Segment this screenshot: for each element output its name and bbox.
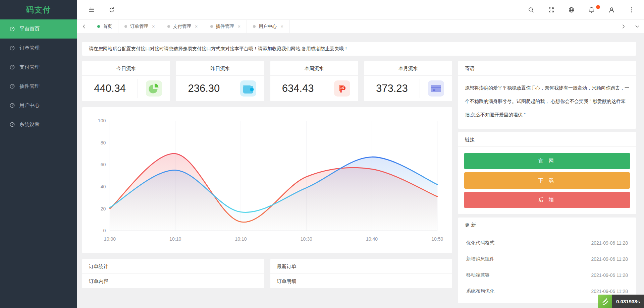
- official-site-button[interactable]: 官 网: [464, 153, 630, 169]
- sidebar-item-plugins[interactable]: 插件管理: [0, 77, 77, 96]
- tab-close-icon[interactable]: ×: [152, 24, 155, 29]
- gauge-icon: [9, 83, 15, 89]
- svg-text:10:50: 10:50: [431, 236, 443, 242]
- sidebar-item-label: 插件管理: [19, 83, 40, 89]
- card-body-label: 订单内容: [82, 274, 264, 289]
- update-item: 新增消息组件 2021-09-06 11:28: [458, 251, 636, 267]
- sidebar-menu: 平台首页 订单管理 支付管理 插件管理 用户中心 系统设置: [0, 19, 77, 134]
- update-label: 优化代码格式: [466, 240, 494, 246]
- svg-text:10:30: 10:30: [301, 236, 312, 242]
- svg-text:20: 20: [101, 206, 106, 211]
- left-column: 今日流水 440.34: [82, 61, 452, 289]
- svg-text:P: P: [338, 83, 344, 93]
- paypal-icon: PP: [334, 80, 350, 97]
- tab-close-icon[interactable]: ×: [238, 24, 241, 29]
- download-button[interactable]: 下 载: [464, 172, 630, 189]
- tab-orders[interactable]: 订单管理 ×: [118, 20, 161, 33]
- stat-cards: 今日流水 440.34: [82, 61, 452, 101]
- wallet-icon: [240, 80, 256, 97]
- collapse-sidebar-icon[interactable]: [87, 5, 96, 14]
- card-title: 链接: [458, 132, 636, 147]
- tab-payments[interactable]: 支付管理 ×: [161, 20, 204, 33]
- svg-text:10:10: 10:10: [235, 236, 247, 242]
- card-title: 最新订单: [270, 259, 452, 274]
- backend-button[interactable]: 后 端: [464, 192, 630, 208]
- update-label: 系统布局优化: [466, 288, 494, 294]
- card-title: 订单统计: [82, 259, 264, 274]
- stat-value: 440.34: [82, 82, 138, 95]
- stat-card-yesterday: 昨日流水 236.30: [176, 61, 264, 101]
- more-options-icon[interactable]: [627, 5, 636, 14]
- stat-title: 本周流水: [270, 61, 358, 76]
- language-globe-icon[interactable]: [567, 5, 576, 14]
- stat-card-week: 本周流水 634.43 PP: [270, 61, 358, 101]
- tabs-menu-icon[interactable]: [630, 20, 644, 33]
- flow-line-chart: 10:0010:1010:1010:3010:4010:500204060801…: [88, 115, 446, 248]
- sidebar-item-orders[interactable]: 订单管理: [0, 39, 77, 58]
- notice-text: 请在您网站后台配置支付接口对接时请您选择走易支付接口方式来对接本平台哦！请添加收…: [89, 46, 348, 52]
- sidebar-item-user-center[interactable]: 用户中心: [0, 96, 77, 115]
- sidebar: 码支付 平台首页 订单管理 支付管理 插件管理 用户中心: [0, 0, 77, 308]
- flow-chart-card: 10:0010:1010:1010:3010:4010:500204060801…: [82, 107, 452, 253]
- tab-status-dot: [97, 25, 100, 28]
- svg-text:60: 60: [101, 162, 106, 167]
- gauge-icon: [9, 26, 15, 32]
- main-area: 首页 订单管理 × 支付管理 × 插件管理 ×: [77, 0, 644, 308]
- stat-value: 373.23: [364, 82, 420, 95]
- tab-label: 首页: [103, 23, 112, 29]
- svg-text:100: 100: [98, 118, 106, 123]
- svg-text:40: 40: [101, 184, 106, 189]
- update-time: 2021-09-06 11:28: [591, 289, 628, 294]
- svg-text:10:40: 10:40: [366, 236, 378, 242]
- sidebar-item-label: 系统设置: [19, 121, 40, 128]
- tab-close-icon[interactable]: ×: [280, 24, 283, 29]
- tab-status-dot: [124, 25, 127, 28]
- tab-label: 支付管理: [173, 23, 191, 29]
- fullscreen-icon[interactable]: [547, 5, 555, 14]
- sidebar-item-system-settings[interactable]: 系统设置: [0, 115, 77, 134]
- order-stats-card: 订单统计 订单内容: [82, 259, 264, 289]
- app-root: 码支付 平台首页 订单管理 支付管理 插件管理 用户中心: [0, 0, 644, 308]
- sidebar-item-label: 支付管理: [19, 64, 40, 70]
- card-title: 寄语: [458, 61, 636, 76]
- right-column: 寄语 原想将澎湃的爱平平稳稳放置你手心，奈何我徒有一股蛮劲，只顾向你跑去，一个不…: [458, 61, 636, 303]
- debug-trace-badge[interactable]: 0.031938s: [598, 295, 644, 308]
- svg-text:10:00: 10:00: [104, 236, 116, 242]
- tabs-scroll-left-icon[interactable]: [77, 20, 91, 33]
- update-label: 新增消息组件: [466, 256, 494, 262]
- sidebar-item-label: 订单管理: [19, 45, 40, 51]
- execution-time: 0.031938s: [612, 295, 644, 308]
- stat-card-month: 本月流水 373.23: [364, 61, 452, 101]
- sidebar-item-payments[interactable]: 支付管理: [0, 58, 77, 77]
- topbar-left: [87, 5, 116, 14]
- refresh-icon[interactable]: [107, 5, 116, 14]
- topbar: [77, 0, 644, 20]
- tabs-scroll-right-icon[interactable]: [616, 20, 630, 33]
- update-time: 2021-09-06 11:28: [591, 240, 628, 246]
- message-text: 原想将澎湃的爱平平稳稳放置你手心，奈何我徒有一股蛮劲，只顾向你跑去，一个不稳跌的…: [458, 76, 636, 129]
- topbar-right: [527, 5, 636, 14]
- tab-user-center[interactable]: 用户中心 ×: [247, 20, 290, 33]
- notifications-bell-icon[interactable]: [587, 5, 596, 14]
- stat-title: 昨日流水: [176, 61, 264, 76]
- tab-bar: 首页 订单管理 × 支付管理 × 插件管理 ×: [77, 20, 644, 33]
- updates-card: 更 新 优化代码格式 2021-09-06 11:28 新增消息组件 2021-…: [458, 218, 636, 303]
- sidebar-item-label: 用户中心: [19, 102, 40, 109]
- tab-close-icon[interactable]: ×: [195, 24, 198, 29]
- svg-text:0: 0: [103, 228, 106, 233]
- order-cards: 订单统计 订单内容 最新订单 订单明细: [82, 259, 452, 289]
- sidebar-item-platform-home[interactable]: 平台首页: [0, 19, 77, 39]
- message-card: 寄语 原想将澎湃的爱平平稳稳放置你手心，奈何我徒有一股蛮劲，只顾向你跑去，一个不…: [458, 61, 636, 129]
- update-time: 2021-09-06 11:28: [591, 272, 628, 278]
- tab-home[interactable]: 首页: [91, 20, 118, 33]
- user-profile-icon[interactable]: [607, 5, 616, 14]
- gauge-icon: [9, 45, 15, 51]
- gauge-icon: [9, 122, 15, 127]
- tab-label: 插件管理: [216, 23, 234, 29]
- tab-label: 用户中心: [259, 23, 277, 29]
- update-item: 移动端兼容 2021-09-06 11:28: [458, 267, 636, 283]
- search-icon[interactable]: [527, 5, 535, 14]
- svg-text:80: 80: [101, 140, 106, 145]
- gauge-icon: [9, 64, 15, 70]
- tab-plugins[interactable]: 插件管理 ×: [204, 20, 247, 33]
